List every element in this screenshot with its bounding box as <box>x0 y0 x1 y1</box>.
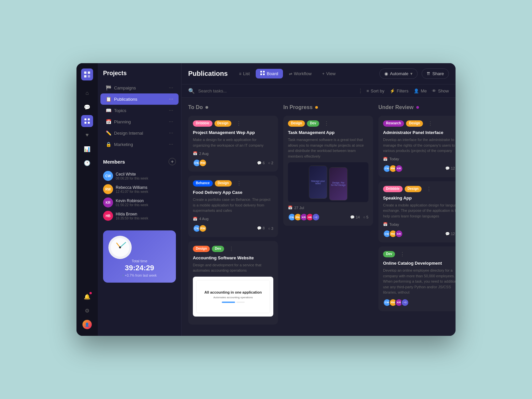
card-title-3: Accounting Software Website <box>193 255 273 260</box>
card-speaking-app[interactable]: Dribbble Design ⋮ Speaking App Create a … <box>378 181 456 243</box>
campaigns-more-icon[interactable]: ··· <box>169 85 173 91</box>
marketing-more-icon[interactable]: ··· <box>169 141 173 147</box>
bell-nav-icon[interactable]: 🔔 <box>81 291 93 303</box>
member-info-hilda: Hilda Brown 16:35:59 for this week <box>116 212 176 220</box>
board-nav-icon[interactable] <box>81 115 93 127</box>
card-avatars-2: CW RW <box>193 224 207 232</box>
main-content: Publications ≡ List Board <box>182 63 456 336</box>
timer-trend: ↑ +3.7% from last week <box>108 274 171 277</box>
card-tags-3: Design Dev ⋮ <box>193 246 273 252</box>
filters-action[interactable]: ⚡ Filters <box>390 88 408 93</box>
me-action[interactable]: 👤 Me <box>414 88 427 93</box>
column-in-progress: In Progress Design Dev ⋮ Task Management… <box>283 104 373 329</box>
card-project-management[interactable]: Dribbble Design ⋮ Project Management Wep… <box>188 116 278 172</box>
member-name-rebecca: Rebecca Williams <box>116 185 176 190</box>
clock-nav-icon[interactable]: 🕐 <box>81 157 93 169</box>
svg-rect-13 <box>260 71 262 72</box>
design-tag-sa: Design <box>405 186 422 192</box>
share-button[interactable]: ⇈ Share <box>422 68 449 79</box>
comment-stat-2: 💬 8 <box>257 226 265 230</box>
card-more-oc[interactable]: ⋮ <box>400 251 405 257</box>
card-accounting[interactable]: Design Dev ⋮ Accounting Software Website… <box>188 241 278 325</box>
sidebar-item-topics[interactable]: 📖 Topics ··· <box>100 105 179 116</box>
marketing-icon: 🔒 <box>106 142 111 147</box>
member-item-kevin[interactable]: KR Kevin Robinson 01:56:22 for this week <box>103 196 176 209</box>
sidebar-item-planning[interactable]: 📅 Planning ··· <box>100 116 179 127</box>
tab-view[interactable]: + View <box>318 69 340 78</box>
member-item-cecil[interactable]: CW Cecil White 08:06:28 for this week <box>103 169 176 183</box>
card-food-delivery[interactable]: Behance Design ⋮ Food Delivery App Case … <box>188 176 278 237</box>
card-more-tm[interactable]: ⋮ <box>324 120 329 127</box>
profile-nav-icon[interactable]: 👤 <box>81 319 93 331</box>
planning-more-icon[interactable]: ··· <box>169 119 173 125</box>
board-tab-icon <box>260 71 265 76</box>
show-action[interactable]: 👁 Show <box>432 88 449 93</box>
card-more-1[interactable]: ⋮ <box>236 120 241 127</box>
home-nav-icon[interactable]: ⌂ <box>81 87 93 99</box>
automate-icon: ◉ <box>384 71 388 76</box>
card-more-sa[interactable]: ⋮ <box>426 186 432 192</box>
more-options-icon[interactable]: ⋮ <box>358 88 363 94</box>
card-more-ap[interactable]: ⋮ <box>428 120 433 127</box>
card-tags-oc: Dev ⋮ <box>383 251 456 257</box>
avatar-rw-2: RW <box>199 224 207 232</box>
sidebar-item-marketing[interactable]: 🔒 Marketing ··· <box>100 139 179 150</box>
automate-button[interactable]: ◉ Automate ▾ <box>379 68 418 79</box>
campaigns-icon: 🏁 <box>106 85 111 90</box>
calendar-icon-sa: 📅 <box>383 222 388 226</box>
sidebar-item-campaigns[interactable]: 🏁 Campaigns ··· <box>100 82 179 93</box>
heart-nav-icon[interactable]: ♥ <box>81 129 93 141</box>
member-avatar-cecil: CW <box>103 171 113 181</box>
column-header-review: Under Review <box>378 104 456 112</box>
avatar-rw-1: RW <box>199 159 207 167</box>
accounting-image-sub: Automates accounting operations <box>213 296 253 299</box>
settings-nav-icon[interactable]: ⚙ <box>81 305 93 317</box>
member-time-kevin: 01:56:22 for this week <box>116 203 176 207</box>
toolbar-actions: ≡ Sort by ⚡ Filters 👤 Me 👁 Show <box>366 88 449 93</box>
behance-tag-2: Behance <box>193 180 213 187</box>
svg-rect-2 <box>84 75 86 77</box>
card-online-catalog[interactable]: Dev ⋮ Online Catalog Development Develop… <box>378 246 456 311</box>
member-time-rebecca: 12:41:07 for this week <box>116 190 176 194</box>
chart-nav-icon[interactable]: 📊 <box>81 143 93 155</box>
card-task-management[interactable]: Design Dev ⋮ Task Management App Task ma… <box>283 116 373 226</box>
search-input[interactable] <box>198 88 354 93</box>
dev-tag-3: Dev <box>212 246 224 252</box>
view-tab-label: View <box>326 71 335 76</box>
research-tag-ap: Research <box>383 120 404 127</box>
marketing-label: Marketing <box>114 142 166 147</box>
card-tags-1: Dribbble Design ⋮ <box>193 120 273 127</box>
comment-stat-1: 💬 6 <box>257 161 265 165</box>
svg-point-12 <box>119 246 121 248</box>
comment-stat-sa: 💬 12 <box>445 232 455 236</box>
publications-more-icon[interactable]: ··· <box>169 96 173 102</box>
member-item-rebecca[interactable]: RW Rebecca Williams 12:41:07 for this we… <box>103 183 176 196</box>
svg-rect-6 <box>84 122 86 124</box>
under-review-title: Under Review <box>378 104 414 110</box>
tab-workflow[interactable]: ⇌ Workflow <box>284 69 316 78</box>
show-label: Show <box>438 88 449 93</box>
design-internal-label: Design Internal <box>114 131 166 136</box>
tab-list[interactable]: ≡ List <box>234 69 254 78</box>
card-title-oc: Online Catalog Development <box>383 261 456 266</box>
tab-board[interactable]: Board <box>256 69 283 78</box>
campaigns-label: Campaigns <box>114 85 166 90</box>
card-avatars-1: CW RW <box>193 159 207 167</box>
add-member-button[interactable]: + <box>169 158 176 165</box>
chat-nav-icon[interactable]: 💬 <box>81 101 93 113</box>
topics-more-icon[interactable]: ··· <box>169 107 173 113</box>
member-item-hilda[interactable]: HB Hilda Brown 16:35:59 for this week <box>103 209 176 222</box>
card-title-tm: Task Management App <box>288 130 368 135</box>
card-more-3[interactable]: ⋮ <box>229 246 234 252</box>
planning-icon: 📅 <box>106 119 111 124</box>
workflow-tab-label: Workflow <box>294 71 312 76</box>
card-stats-ap: 💬 12 ○ 4 <box>445 166 456 171</box>
design-internal-more-icon[interactable]: ··· <box>169 130 173 136</box>
sidebar-item-publications[interactable]: 📋 Publications ··· <box>100 93 179 105</box>
members-title: Members <box>103 159 125 165</box>
sidebar-item-design-internal[interactable]: ✏️ Design Internal ··· <box>100 127 179 139</box>
card-admin-panel[interactable]: Research Design ⋮ Administrator Panel In… <box>378 116 456 177</box>
app-logo[interactable] <box>81 68 93 80</box>
card-more-2[interactable]: ⋮ <box>236 180 242 187</box>
sort-by-action[interactable]: ≡ Sort by <box>366 88 384 93</box>
